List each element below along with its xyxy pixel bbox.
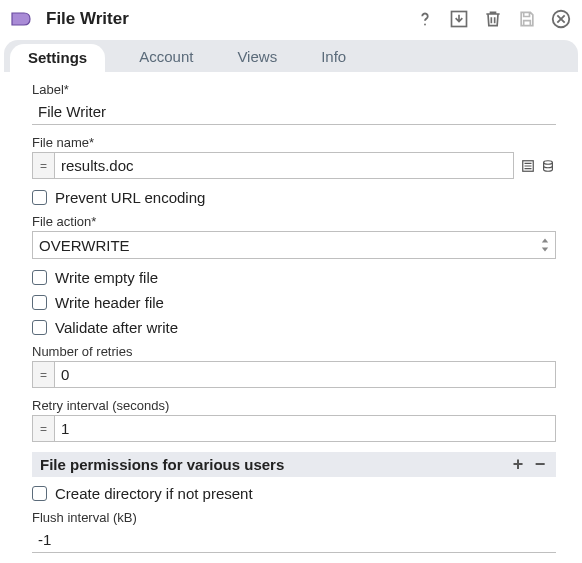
save-icon[interactable]	[516, 8, 538, 30]
filename-field-label: File name*	[32, 135, 556, 150]
create-dir-checkbox[interactable]	[32, 486, 47, 501]
tab-settings[interactable]: Settings	[10, 44, 105, 72]
expression-toggle-icon[interactable]: =	[32, 415, 54, 442]
filename-input[interactable]	[54, 152, 514, 179]
create-dir-label: Create directory if not present	[55, 485, 253, 502]
fileaction-select[interactable]: OVERWRITE	[32, 231, 556, 259]
expression-toggle-icon[interactable]: =	[32, 361, 54, 388]
validate-after-checkbox[interactable]	[32, 320, 47, 335]
write-header-checkbox[interactable]	[32, 295, 47, 310]
database-icon[interactable]	[540, 158, 556, 174]
flush-input[interactable]	[32, 527, 556, 553]
help-icon[interactable]	[414, 8, 436, 30]
write-header-label: Write header file	[55, 294, 164, 311]
retry-interval-field-label: Retry interval (seconds)	[32, 398, 556, 413]
prevent-url-label: Prevent URL encoding	[55, 189, 205, 206]
fileaction-field-label: File action*	[32, 214, 556, 229]
validate-after-label: Validate after write	[55, 319, 178, 336]
window-title: File Writer	[46, 9, 406, 29]
retry-interval-input[interactable]	[54, 415, 556, 442]
tab-account[interactable]: Account	[129, 48, 203, 65]
svg-point-4	[544, 160, 553, 164]
plus-icon[interactable]: +	[510, 457, 526, 473]
tab-strip: Settings Account Views Info	[4, 40, 578, 72]
tab-views[interactable]: Views	[227, 48, 287, 65]
settings-form: Label* File name* =	[4, 72, 578, 557]
delete-icon[interactable]	[482, 8, 504, 30]
label-field-label: Label*	[32, 82, 556, 97]
import-icon[interactable]	[448, 8, 470, 30]
label-input[interactable]	[32, 99, 556, 125]
file-perms-section-label: File permissions for various users	[40, 456, 284, 473]
write-empty-checkbox[interactable]	[32, 270, 47, 285]
fileaction-value: OVERWRITE	[39, 237, 130, 254]
minus-icon[interactable]: −	[532, 457, 548, 473]
expression-toggle-icon[interactable]: =	[32, 152, 54, 179]
prevent-url-checkbox[interactable]	[32, 190, 47, 205]
close-icon[interactable]	[550, 8, 572, 30]
app-logo-icon	[10, 11, 38, 27]
retries-field-label: Number of retries	[32, 344, 556, 359]
retries-input[interactable]	[54, 361, 556, 388]
tab-info[interactable]: Info	[311, 48, 356, 65]
write-empty-label: Write empty file	[55, 269, 158, 286]
flush-field-label: Flush interval (kB)	[32, 510, 556, 525]
list-icon[interactable]	[520, 158, 536, 174]
svg-point-0	[424, 24, 426, 26]
